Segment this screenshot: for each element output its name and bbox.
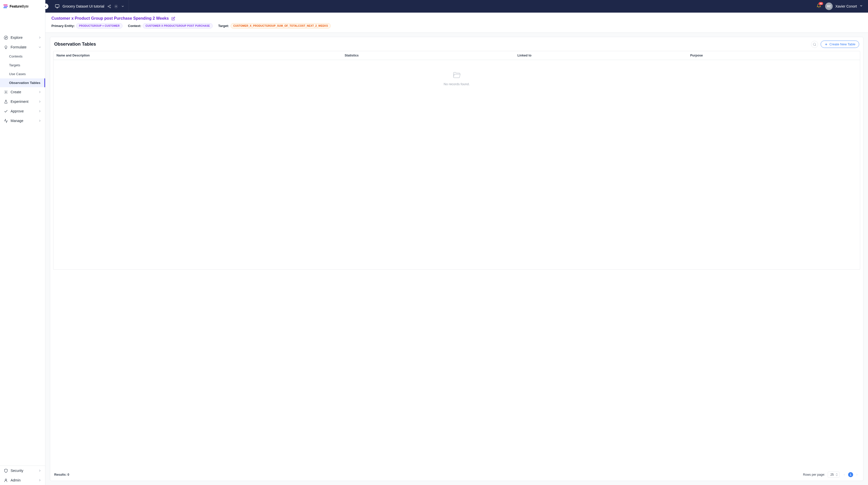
gear-icon[interactable]	[114, 4, 118, 8]
main-nav: Explore Formulate Contexts Targets	[0, 12, 45, 465]
share-icon[interactable]	[107, 4, 111, 8]
nav-item-create[interactable]: Create	[0, 87, 45, 97]
select-caret-icon	[836, 474, 838, 476]
primary-entity-meta: Primary Entity: PRODUCTGROUP × CUSTOMER	[52, 23, 123, 29]
observation-tables-card: Observation Tables Create New Table Name…	[50, 37, 864, 481]
nav-item-experiment[interactable]: Experiment	[0, 97, 45, 107]
brand-name-light: Byte	[22, 4, 29, 8]
pagination: 1	[842, 472, 859, 477]
rows-per-page-label: Rows per page:	[803, 473, 825, 477]
table-footer: Results: 0 Rows per page: 25	[50, 468, 863, 481]
svg-point-8	[110, 7, 111, 8]
back-button[interactable]	[43, 3, 49, 9]
chevron-right-icon	[38, 119, 41, 122]
chevron-down-icon[interactable]	[121, 4, 124, 8]
user-icon	[3, 478, 8, 483]
topbar: Grocery Dataset UI tutorial 42	[45, 0, 868, 12]
user-menu[interactable]: XC Xavier Conort	[825, 2, 863, 10]
nav-item-formulate[interactable]: Formulate	[0, 42, 45, 52]
svg-point-7	[108, 6, 109, 7]
chevron-right-icon	[38, 36, 41, 39]
monitor-icon	[55, 4, 60, 8]
nav-sublabel: Contexts	[9, 55, 23, 58]
nav-label: Explore	[10, 35, 38, 39]
nav-subitem-observation-tables[interactable]: Observation Tables	[0, 79, 45, 87]
nav-item-explore[interactable]: Explore	[0, 33, 45, 42]
sparkle-icon	[3, 90, 8, 94]
results-label: Results:	[54, 473, 66, 477]
shield-icon	[3, 468, 8, 473]
svg-point-2	[5, 46, 7, 48]
column-header-statistics[interactable]: Statistics	[341, 51, 515, 60]
chevron-right-icon	[38, 110, 41, 113]
nav-item-manage[interactable]: Manage	[0, 116, 45, 125]
chevron-right-icon	[38, 100, 41, 103]
sidebar: FeatureByte Explore Formulate	[0, 0, 45, 485]
meta-label: Target:	[218, 24, 229, 28]
meta-label: Context:	[128, 24, 142, 28]
notification-count: 42	[818, 2, 823, 5]
nav-label: Manage	[10, 119, 38, 123]
search-icon	[813, 42, 816, 46]
target-meta: Target: CUSTOMER_X_PRODUCTGROUP_SUM_OF_T…	[218, 23, 331, 29]
svg-rect-5	[56, 4, 59, 7]
edit-icon[interactable]	[172, 17, 175, 21]
notifications-button[interactable]: 42	[816, 3, 821, 9]
nav-label: Admin	[10, 478, 38, 482]
brand-name-bold: Feature	[9, 4, 22, 8]
rows-per-page-select[interactable]: 25	[828, 472, 839, 478]
nav-label: Security	[10, 468, 38, 473]
check-icon	[3, 109, 8, 114]
empty-state: No records found.	[53, 60, 860, 270]
folder-open-icon	[452, 70, 462, 80]
nav-label: Experiment	[10, 99, 38, 103]
activity-icon	[3, 119, 8, 123]
page-title: Customer x Product Group post Purchase S…	[52, 16, 169, 21]
context-meta: Context: CUSTOMER X PRODUCTGROUP POST PU…	[128, 23, 213, 29]
column-header-name[interactable]: Name and Description	[54, 51, 341, 60]
workspace-name: Grocery Dataset UI tutorial	[62, 4, 104, 8]
chevron-down-icon	[38, 46, 41, 49]
next-page-button[interactable]	[855, 473, 859, 477]
nav-sublabel: Targets	[9, 63, 20, 67]
nav-sublabel: Observation Tables	[9, 81, 40, 85]
logo[interactable]: FeatureByte	[0, 0, 45, 12]
table-header-row: Name and Description Statistics Linked t…	[53, 51, 860, 60]
chevron-down-icon	[860, 4, 863, 8]
chevron-right-icon	[38, 479, 41, 482]
column-header-purpose[interactable]: Purpose	[687, 51, 860, 60]
nav-subitem-targets[interactable]: Targets	[0, 61, 45, 69]
svg-point-6	[110, 5, 111, 6]
prev-page-button[interactable]	[842, 473, 846, 477]
chevron-right-icon	[38, 90, 41, 94]
nav-subitem-contexts[interactable]: Contexts	[0, 52, 45, 61]
rows-value: 25	[831, 473, 834, 477]
compass-icon	[3, 35, 8, 40]
chevron-right-icon	[38, 469, 41, 473]
meta-label: Primary Entity:	[52, 24, 74, 28]
svg-point-3	[5, 91, 6, 92]
nav-item-approve[interactable]: Approve	[0, 107, 45, 116]
nav-sublabel: Use Cases	[9, 72, 26, 76]
column-header-linked[interactable]: Linked to	[515, 51, 687, 60]
plus-icon	[825, 42, 828, 46]
section-title: Observation Tables	[54, 41, 96, 47]
flask-icon	[3, 99, 8, 104]
nav-item-security[interactable]: Security	[0, 466, 45, 476]
context-pill[interactable]: CUSTOMER X PRODUCTGROUP POST PURCHASE	[143, 23, 213, 29]
svg-point-10	[813, 43, 815, 45]
search-button[interactable]	[811, 41, 818, 48]
bulb-icon	[3, 45, 8, 50]
page-number-current[interactable]: 1	[848, 472, 853, 477]
nav-label: Create	[10, 90, 38, 94]
nav-item-admin[interactable]: Admin	[0, 476, 45, 485]
primary-entity-pill[interactable]: PRODUCTGROUP × CUSTOMER	[76, 23, 122, 29]
brand-logo-icon	[3, 3, 8, 9]
bottom-nav: Security Admin	[0, 465, 45, 485]
target-pill[interactable]: CUSTOMER_X_PRODUCTGROUP_SUM_OF_TOTALCOST…	[230, 23, 331, 29]
page-header: Customer x Product Group post Purchase S…	[45, 12, 868, 33]
nav-subitem-use-cases[interactable]: Use Cases	[0, 69, 45, 79]
svg-point-4	[5, 479, 6, 480]
empty-message: No records found.	[443, 82, 469, 86]
create-new-table-button[interactable]: Create New Table	[820, 40, 859, 48]
